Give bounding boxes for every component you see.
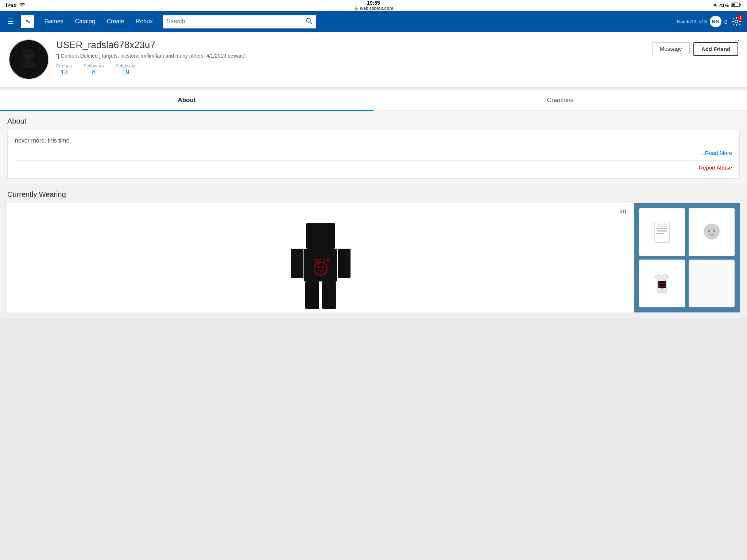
battery-label: 41%: [719, 3, 729, 8]
character-svg: not to play: [280, 205, 361, 311]
following-value[interactable]: 19: [116, 69, 136, 76]
profile-actions: Message Add Friend: [652, 39, 738, 56]
wearing-item-4[interactable]: [689, 260, 735, 307]
status-bar: iPad 19:55 🔒 web.roblox.com ✳ 41%: [0, 0, 747, 11]
svg-line-7: [310, 22, 312, 24]
wearing-3d-view: 3D not to play: [7, 203, 634, 312]
tabs-section: About Creations: [0, 90, 747, 111]
wearing-item-2[interactable]: [689, 208, 735, 256]
svg-rect-18: [305, 281, 319, 309]
tab-creations[interactable]: Creations: [374, 90, 747, 110]
add-friend-button[interactable]: Add Friend: [693, 42, 738, 56]
svg-rect-14: [304, 249, 337, 281]
svg-rect-15: [306, 223, 335, 249]
followers-value[interactable]: 8: [84, 69, 104, 76]
svg-rect-24: [315, 248, 326, 251]
profile-avatar: [9, 39, 49, 79]
bluetooth-icon: ✳: [713, 3, 717, 8]
friends-value[interactable]: 13: [56, 69, 72, 76]
svg-rect-25: [655, 222, 669, 242]
svg-point-22: [318, 267, 320, 268]
wearing-items-grid: not to play: [634, 203, 740, 312]
roblox-logo[interactable]: [21, 15, 34, 28]
message-button[interactable]: Message: [652, 42, 690, 55]
nav-games[interactable]: Games: [39, 15, 69, 28]
svg-point-10: [22, 61, 36, 68]
3d-button[interactable]: 3D: [616, 207, 630, 216]
svg-point-23: [322, 267, 324, 268]
profile-bio: "[ Content Deleted ] targets: nicsterv, …: [56, 53, 645, 59]
svg-point-31: [708, 230, 710, 232]
about-card: never more, this time ...Read More Repor…: [7, 130, 740, 179]
wearing-item-3[interactable]: not to play: [639, 260, 685, 307]
time-label: 19:55: [367, 0, 380, 6]
read-more-link[interactable]: Read More: [705, 150, 732, 156]
status-right: ✳ 41%: [713, 2, 741, 8]
nav-create[interactable]: Create: [101, 15, 130, 28]
wifi-icon: [19, 2, 26, 8]
svg-point-38: [662, 285, 663, 285]
stat-following: Following 19: [116, 63, 136, 76]
svg-rect-26: [657, 228, 667, 229]
svg-point-30: [704, 223, 720, 240]
read-more-prefix: ...: [700, 150, 705, 156]
settings-button[interactable]: 1: [730, 15, 743, 28]
nav-links: Games Catalog Create Robux: [39, 15, 159, 28]
url-label: web.roblox.com: [360, 6, 393, 11]
about-section: About never more, this time ...Read More…: [0, 111, 747, 184]
wearing-section: Currently Wearing 3D not to play: [0, 184, 747, 318]
svg-rect-2: [740, 4, 741, 6]
about-heading: About: [7, 117, 740, 125]
svg-point-13: [30, 54, 31, 56]
battery-icon: [731, 2, 741, 8]
svg-rect-27: [657, 230, 667, 232]
report-abuse-line: Report Abuse: [15, 161, 732, 171]
ipad-label: iPad: [6, 3, 17, 8]
svg-point-32: [713, 230, 715, 232]
search-bar: [163, 15, 316, 28]
svg-rect-28: [657, 233, 665, 234]
read-more-line: ...Read More: [15, 150, 732, 161]
svg-rect-5: [28, 22, 30, 23]
more-options-icon[interactable]: ···: [735, 36, 743, 44]
nav-user-label: Kaddu10: <13: [677, 19, 707, 24]
stat-followers: Followers 8: [84, 63, 104, 76]
svg-rect-4: [26, 20, 28, 22]
search-input[interactable]: [167, 18, 305, 25]
following-label: Following: [116, 63, 136, 69]
nav-robux[interactable]: Robux: [130, 15, 159, 28]
profile-info: USER_radsla678x23u7 "[ Content Deleted ]…: [56, 39, 645, 76]
nav-right: Kaddu10: <13 RS 0 1: [677, 15, 743, 28]
svg-point-12: [26, 54, 28, 56]
wearing-item-1[interactable]: [639, 208, 685, 256]
settings-badge: 1: [738, 15, 743, 20]
hamburger-button[interactable]: ☰: [4, 14, 17, 29]
svg-point-37: [661, 285, 662, 285]
status-left: iPad: [6, 2, 26, 8]
search-button[interactable]: [305, 17, 313, 26]
friends-label: Friends: [56, 63, 72, 69]
svg-rect-16: [291, 249, 303, 278]
wearing-heading: Currently Wearing: [7, 190, 740, 199]
svg-rect-17: [338, 249, 351, 278]
about-text: never more, this time: [15, 137, 732, 144]
robux-icon[interactable]: RS: [710, 16, 721, 27]
report-abuse-link[interactable]: Report Abuse: [699, 164, 732, 171]
lock-icon: 🔒: [354, 6, 359, 11]
svg-point-11: [23, 48, 35, 61]
navbar: ☰ Games Catalog Create Robux Kaddu10: <1…: [0, 11, 747, 32]
profile-stats: Friends 13 Followers 8 Following 19: [56, 63, 645, 76]
nav-catalog[interactable]: Catalog: [69, 15, 101, 28]
svg-point-8: [735, 20, 738, 23]
svg-text:not to play: not to play: [311, 258, 330, 262]
svg-point-6: [306, 18, 310, 22]
robux-count: 0: [724, 19, 727, 25]
stat-friends: Friends 13: [56, 63, 72, 76]
svg-rect-19: [322, 281, 336, 309]
svg-rect-1: [732, 4, 735, 6]
profile-section: USER_radsla678x23u7 "[ Content Deleted ]…: [0, 32, 747, 87]
followers-label: Followers: [84, 63, 104, 69]
status-center: 19:55 🔒 web.roblox.com: [354, 0, 393, 11]
tab-about[interactable]: About: [0, 90, 374, 110]
url-bar: 🔒 web.roblox.com: [354, 6, 393, 11]
